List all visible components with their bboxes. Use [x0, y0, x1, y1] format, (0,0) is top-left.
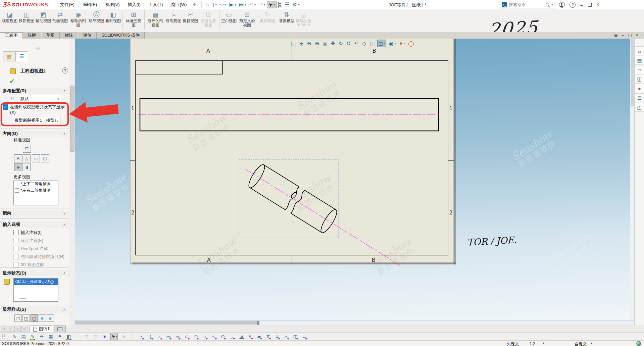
command-search[interactable]: >_ ▾: [500, 1, 554, 8]
top-view-button[interactable]: ⊟: [23, 145, 31, 153]
exploded-state-checkbox-row[interactable]: ✓ 在爆炸或模型断开状态下显示(X): [3, 104, 66, 115]
horizontal-scrollbar-thumb[interactable]: [75, 321, 257, 325]
solidworks-forum-icon[interactable]: ◳: [635, 103, 644, 112]
apply-scene-icon[interactable]: ◯ ▾: [407, 40, 415, 47]
section-mirror[interactable]: 镜向∨: [0, 210, 69, 216]
checkbox-checked-icon[interactable]: ✓: [3, 104, 8, 110]
parallelogram-icon[interactable]: ▱: [174, 333, 181, 340]
property-manager-tab[interactable]: ☰: [15, 51, 28, 61]
offset-entities-icon[interactable]: ≡: [274, 333, 281, 340]
first-sheet-icon[interactable]: «: [1, 326, 7, 332]
design-library-icon[interactable]: ▤: [635, 56, 644, 65]
projected-view-button[interactable]: ◫ 投影视图: [18, 10, 35, 23]
plane-icon[interactable]: ▰: [256, 333, 262, 340]
alternate-position-view-button[interactable]: ⊡ 交替位置视图: [199, 10, 218, 28]
ok-checkmark-icon[interactable]: ✔: [9, 78, 14, 85]
redo-icon[interactable]: ↷ ▾: [257, 1, 266, 8]
rebuild-traffic-light-icon[interactable]: ▾: [277, 1, 283, 9]
panel-grip[interactable]: [36, 47, 40, 50]
scale-menu-caret[interactable]: ▴: [543, 341, 544, 344]
sheet-paper[interactable]: [130, 39, 454, 264]
shaded-with-edges-button[interactable]: ■: [39, 314, 46, 322]
more-views-item[interactable]: *左右二等角轴测: [14, 187, 58, 194]
rotate-view-icon[interactable]: ↺ ▾: [346, 40, 351, 47]
prev-sheet-icon[interactable]: ‹: [8, 326, 14, 332]
configuration-select[interactable]: 默认∨: [19, 95, 61, 102]
search-input[interactable]: [508, 2, 544, 7]
feature-manager-tab[interactable]: ▦: [3, 51, 15, 61]
new-document-icon[interactable]: ▯ ▾: [210, 1, 218, 8]
custom-properties-icon[interactable]: ☰: [635, 93, 644, 102]
crop-view-button[interactable]: ✂ 剪裁视图: [182, 10, 199, 23]
empty-view-button[interactable]: ▭ 空白视图: [220, 10, 237, 23]
standard-3-view-button[interactable]: ⊞ 标准三视图: [124, 10, 143, 28]
text-icon[interactable]: A: [247, 333, 253, 340]
auxiliary-view-button[interactable]: ◩ 辅助视图: [35, 10, 52, 23]
point-icon[interactable]: •: [138, 333, 145, 340]
next-sheet-icon[interactable]: ›: [14, 326, 21, 332]
command-tab[interactable]: 标注: [60, 32, 78, 39]
dimetric-view-button[interactable]: ◨: [22, 163, 31, 171]
zoom-in-out-icon[interactable]: ⊖ ▾: [306, 40, 312, 47]
vertical-scrollbar[interactable]: [630, 39, 634, 321]
hidden-lines-removed-button[interactable]: ▢: [31, 314, 38, 322]
relative-view-button[interactable]: ◧ 相对视图: [105, 10, 121, 23]
sheet-scale-label[interactable]: 1:2: [530, 341, 535, 346]
select-arrow-icon[interactable]: ➤▾: [110, 333, 118, 340]
import-option-checkbox[interactable]: 包括隐藏特征的项目(H): [13, 254, 64, 260]
broken-out-section-button[interactable]: ▦ 断开的剖视图: [146, 10, 165, 28]
search-icon[interactable]: [546, 3, 549, 6]
sketch-chamfer-icon[interactable]: ◢: [238, 333, 244, 340]
right-view-button[interactable]: ▭: [32, 154, 40, 162]
home-icon[interactable]: ⌂: [635, 46, 644, 55]
open-document-icon[interactable]: ▱ ▾: [218, 1, 227, 8]
display-state-item[interactable]: <默认>_外观显示状态: [14, 279, 58, 285]
smart-dimension-icon[interactable]: ↔: [301, 333, 308, 340]
removed-section-button[interactable]: ◉ 移除的剖面: [68, 10, 88, 28]
restore-document-icon[interactable]: ▢: [628, 33, 632, 38]
file-explorer-icon[interactable]: ▱: [635, 65, 644, 74]
filter-edges-icon[interactable]: ▽▾: [92, 333, 99, 340]
checkbox-icon[interactable]: [13, 246, 19, 251]
command-tab[interactable]: 草图: [41, 32, 60, 39]
cascade-windows-icon[interactable]: ▣: [614, 33, 618, 38]
filter-vertices-icon[interactable]: ▽▾: [83, 333, 90, 340]
hide-show-edges-icon[interactable]: ⚑: [56, 333, 63, 340]
section-import-options[interactable]: 输入选项∧: [0, 221, 69, 228]
break-view-select[interactable]: 模型断裂视图1（模型断∨: [13, 117, 60, 124]
view-palette-icon[interactable]: ◫: [635, 75, 644, 84]
convert-entities-icon[interactable]: ⇈: [265, 333, 271, 340]
corner-rectangle-icon[interactable]: ▭: [165, 333, 172, 340]
sketch-fillet-icon[interactable]: ◞: [229, 333, 235, 340]
spline-icon[interactable]: ∿: [210, 333, 217, 340]
hidden-lines-visible-button[interactable]: ◫: [22, 314, 30, 322]
section-orientation[interactable]: 方向(O)∧: [0, 130, 69, 137]
close-window-icon[interactable]: ×: [596, 2, 599, 8]
add-sheet-tab[interactable]: [54, 326, 66, 333]
command-tab[interactable]: 注解: [23, 32, 41, 39]
pane-splitter[interactable]: [257, 321, 259, 325]
horizontal-scrollbar[interactable]: [75, 320, 634, 325]
help-icon[interactable]: ?: [569, 2, 576, 8]
command-tab[interactable]: 评估: [78, 32, 97, 39]
break-view-button[interactable]: ≈ 断裂视图: [165, 10, 182, 23]
mirror-entities-icon[interactable]: ◫: [292, 333, 299, 340]
edit-appearance-icon[interactable]: ● ▾: [399, 40, 406, 47]
hide-show-items-icon[interactable]: ◉ ▾: [388, 40, 397, 47]
line-color-icon[interactable]: ✎: [29, 333, 36, 340]
select-arrow-icon[interactable]: ➤ ▾: [267, 1, 276, 8]
display-style-icon[interactable]: ◻ ▾: [377, 40, 386, 47]
ellipse-icon[interactable]: ⊙: [219, 333, 226, 340]
wireframe-style-button[interactable]: ◻: [14, 314, 22, 322]
straight-slot-icon[interactable]: ⊂: [183, 333, 190, 340]
checkbox-icon[interactable]: [13, 262, 19, 267]
line-icon[interactable]: ∕: [156, 333, 163, 340]
line-thickness-icon[interactable]: ☰: [38, 333, 45, 340]
menu-item[interactable]: 工具(T): [145, 0, 166, 9]
menu-item[interactable]: 文件(F): [57, 0, 78, 9]
lasso-select-icon[interactable]: ➤▾: [120, 333, 127, 340]
view-orientation-icon[interactable]: ◰ ▾: [369, 40, 375, 47]
minimize-document-icon[interactable]: –: [622, 33, 624, 38]
language-globe-icon[interactable]: [636, 341, 641, 346]
menu-item[interactable]: 视图(V): [102, 0, 123, 9]
